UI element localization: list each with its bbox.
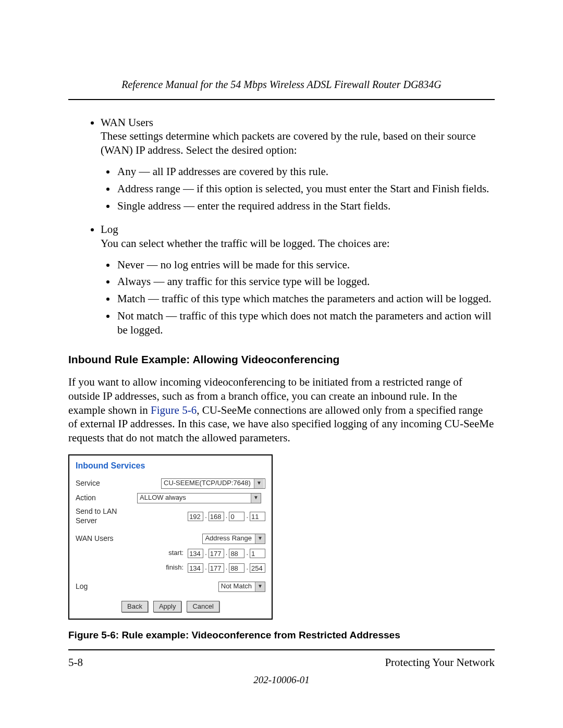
row-ip-finish: finish: 134. 177. 88. 254 (76, 562, 265, 574)
row-wan-users: WAN Users Address Range ▼ (76, 533, 265, 545)
page-number: 5-8 (68, 656, 83, 670)
back-button[interactable]: Back (121, 601, 148, 613)
log-select[interactable]: Not Match ▼ (218, 582, 265, 592)
ip-octet-input[interactable]: 88 (229, 563, 244, 573)
list-item: Single address — enter the required addr… (116, 199, 495, 213)
dot: . (225, 549, 228, 558)
row-ip-start: start: 134. 177. 88. 1 (76, 548, 265, 559)
body-paragraph: If you want to allow incoming videoconfe… (68, 375, 495, 445)
footer-section-title: Protecting Your Network (385, 656, 495, 670)
bullet-log: Log You can select whether the traffic w… (101, 223, 495, 337)
chevron-down-icon: ▼ (255, 534, 265, 544)
wan-users-select[interactable]: Address Range ▼ (202, 534, 265, 544)
figure-caption: Figure 5-6: Rule example: Videoconferenc… (68, 629, 495, 641)
ip-octet-input[interactable]: 11 (250, 512, 265, 521)
ip-octet-input[interactable]: 177 (209, 563, 224, 573)
button-row: Back Apply Cancel (76, 601, 265, 613)
bullet-wan-users: WAN Users These settings determine which… (101, 116, 495, 213)
bullet-desc: These settings determine which packets a… (101, 129, 495, 157)
list-item: Always — any traffic for this service ty… (116, 275, 495, 289)
label-log: Log (76, 582, 137, 591)
dot: . (225, 512, 228, 521)
dot: . (204, 512, 207, 521)
ip-octet-input[interactable]: 177 (209, 549, 224, 558)
dot: . (246, 549, 249, 558)
label-service: Service (76, 479, 137, 488)
bullet-title: WAN Users (101, 116, 495, 130)
dot: . (246, 512, 249, 521)
ip-octet-input[interactable]: 88 (229, 549, 244, 558)
log-options-list: Never — no log entries will be made for … (101, 258, 495, 337)
ip-octet-input[interactable]: 1 (250, 549, 265, 558)
finish-ip-input: 134. 177. 88. 254 (188, 563, 265, 573)
select-value: CU-SEEME(TCP/UDP:7648) (162, 478, 254, 488)
page-footer: 5-8 Protecting Your Network 202-10006-01 (68, 649, 495, 686)
label-send-to-lan: Send to LAN Server (76, 507, 137, 526)
page: Reference Manual for the 54 Mbps Wireles… (0, 0, 563, 728)
service-select[interactable]: CU-SEEME(TCP/UDP:7648) ▼ (161, 478, 265, 489)
label-start: start: (168, 549, 183, 558)
bullet-desc: You can select whether the traffic will … (101, 237, 495, 251)
panel-title: Inbound Services (76, 461, 265, 471)
select-value: Address Range (203, 534, 255, 544)
chevron-down-icon: ▼ (255, 582, 265, 591)
ip-octet-input[interactable]: 0 (229, 512, 244, 521)
dot: . (204, 563, 207, 572)
select-value: Not Match (219, 582, 255, 591)
document-number: 202-10006-01 (68, 674, 495, 686)
wan-options-list: Any — all IP addresses are covered by th… (101, 165, 495, 213)
footer-rule (68, 649, 495, 650)
start-ip-input: 134. 177. 88. 1 (188, 549, 265, 558)
list-item: Address range — if this option is select… (116, 182, 495, 196)
ip-octet-input[interactable]: 254 (250, 563, 265, 573)
ip-octet-input[interactable]: 168 (209, 512, 224, 521)
dot: . (225, 563, 228, 572)
row-service: Service CU-SEEME(TCP/UDP:7648) ▼ (76, 478, 265, 489)
select-value: ALLOW always (138, 493, 251, 503)
chevron-down-icon: ▼ (254, 479, 264, 488)
apply-button[interactable]: Apply (153, 601, 182, 613)
section-heading: Inbound Rule Example: Allowing Videoconf… (68, 353, 495, 367)
list-item: Not match — traffic of this type which d… (116, 309, 495, 337)
row-send-to-lan: Send to LAN Server 192. 168. 0. 11 (76, 507, 265, 526)
running-header: Reference Manual for the 54 Mbps Wireles… (68, 78, 495, 100)
ip-octet-input[interactable]: 192 (188, 512, 203, 521)
row-log: Log Not Match ▼ (76, 581, 265, 593)
chevron-down-icon: ▼ (251, 493, 261, 503)
figure-crossref-link[interactable]: Figure 5-6 (151, 404, 197, 416)
row-action: Action ALLOW always ▼ (76, 492, 265, 504)
label-action: Action (76, 493, 137, 503)
list-item: Any — all IP addresses are covered by th… (116, 165, 495, 179)
dot: . (246, 563, 249, 572)
inbound-services-panel: Inbound Services Service CU-SEEME(TCP/UD… (68, 454, 273, 620)
ip-octet-input[interactable]: 134 (188, 549, 203, 558)
bulleted-list: WAN Users These settings determine which… (68, 116, 495, 337)
list-item: Never — no log entries will be made for … (116, 258, 495, 272)
action-select[interactable]: ALLOW always ▼ (137, 493, 261, 503)
ip-octet-input[interactable]: 134 (188, 563, 203, 573)
lan-ip-input: 192. 168. 0. 11 (188, 512, 265, 521)
label-wan-users: WAN Users (76, 534, 137, 544)
cancel-button[interactable]: Cancel (187, 601, 219, 613)
label-finish: finish: (166, 563, 183, 572)
dot: . (204, 549, 207, 558)
bullet-title: Log (101, 223, 495, 237)
list-item: Match — traffic of this type which match… (116, 292, 495, 306)
